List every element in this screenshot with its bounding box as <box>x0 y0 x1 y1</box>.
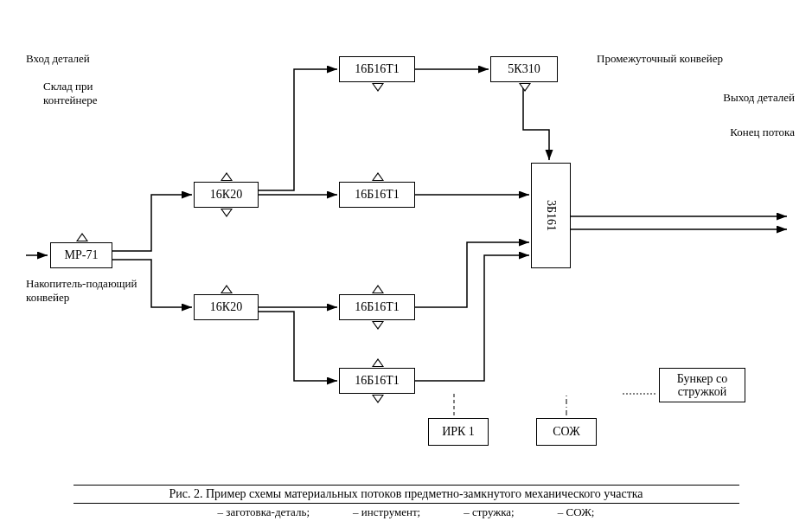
caption-bar: Рис. 2. Пример схемы материальных потоко… <box>0 485 812 521</box>
legend-item: – СОЖ; <box>558 505 595 519</box>
legend-row: – заготовка-деталь; – инструмент; – стру… <box>0 504 812 521</box>
ann-input-details: Вход деталей <box>26 52 90 66</box>
triangle-icon <box>221 172 233 181</box>
node-5k310: 5К310 <box>490 56 558 82</box>
label-sozh: СОЖ <box>553 425 580 439</box>
triangle-icon <box>519 83 531 92</box>
label-bunker-l1: Бункер со <box>677 372 728 385</box>
legend-item: – стружка; <box>464 505 515 519</box>
label-5k310: 5К310 <box>508 62 540 76</box>
label-16k20-a: 16К20 <box>210 188 242 202</box>
triangle-icon <box>372 321 384 330</box>
triangle-icon <box>372 358 384 367</box>
label-mp71: МР-71 <box>65 248 99 262</box>
node-3b161: 3Б161 <box>531 163 571 268</box>
ann-intermediate-conveyor: Промежуточный конвейер <box>597 52 726 66</box>
ann-incoming-conveyor: Накопитель-подающий конвейер <box>26 277 147 304</box>
node-irk1: ИРК 1 <box>428 418 489 446</box>
label-bunker-l2: стружкой <box>678 385 726 398</box>
label-16b16t1-mid: 16Б16Т1 <box>355 188 400 202</box>
label-16b16t1-top: 16Б16Т1 <box>355 62 400 76</box>
node-16k20-a: 16К20 <box>194 182 259 208</box>
node-bunker: Бункер со стружкой <box>659 368 745 402</box>
label-3b161: 3Б161 <box>544 200 558 231</box>
triangle-icon <box>221 209 233 217</box>
node-16b16t1-bot: 16Б16Т1 <box>339 368 415 394</box>
node-mp71: МР-71 <box>50 242 112 268</box>
triangle-icon <box>372 395 384 403</box>
legend-item: – заготовка-деталь; <box>218 505 310 519</box>
label-irk1: ИРК 1 <box>442 425 475 439</box>
triangle-icon <box>372 83 384 92</box>
node-sozh: СОЖ <box>536 418 597 446</box>
node-16b16t1-mid: 16Б16Т1 <box>339 182 415 208</box>
caption-title: Рис. 2. Пример схемы материальных потоко… <box>74 485 739 504</box>
ann-warehouse: Склад при контейнере <box>43 80 121 106</box>
label-16b16t1-mid2: 16Б16Т1 <box>355 300 400 314</box>
node-16b16t1-top: 16Б16Т1 <box>339 56 415 82</box>
ann-output-details: Выход деталей <box>717 91 795 105</box>
triangle-icon <box>221 285 233 293</box>
triangle-icon <box>76 233 88 241</box>
ann-end-flow: Конец потока <box>700 125 795 139</box>
node-16k20-b: 16К20 <box>194 294 259 320</box>
diagram-canvas: Вход деталей Склад при контейнере Накопи… <box>0 0 812 521</box>
node-16b16t1-mid2: 16Б16Т1 <box>339 294 415 320</box>
legend-item: – инструмент; <box>353 505 420 519</box>
label-16b16t1-bot: 16Б16Т1 <box>355 374 400 388</box>
triangle-icon <box>372 285 384 293</box>
label-16k20-b: 16К20 <box>210 300 242 314</box>
triangle-icon <box>372 172 384 181</box>
